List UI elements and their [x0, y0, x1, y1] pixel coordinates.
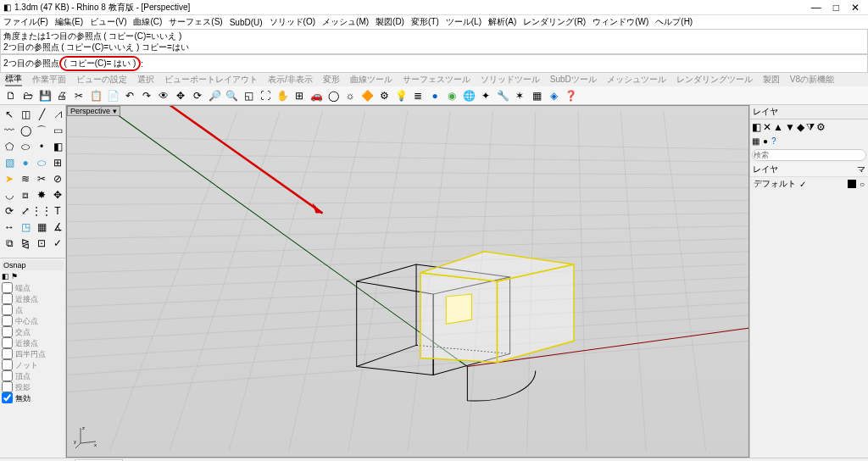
fillet-icon[interactable]: ◡ — [2, 187, 17, 203]
undo-icon[interactable]: ↶ — [122, 88, 137, 103]
layer-del-icon[interactable]: ✕ — [763, 121, 771, 133]
view-icon[interactable]: 👁 — [156, 88, 171, 103]
angle-icon[interactable]: ∡ — [50, 219, 65, 235]
tool-tab[interactable]: サーフェスツール — [403, 74, 470, 86]
tool-tab[interactable]: ビューの設定 — [76, 74, 127, 86]
sphere-icon[interactable]: ● — [427, 88, 442, 103]
osnap-item[interactable]: 交点 — [2, 326, 64, 337]
layer-down-icon[interactable]: ▼ — [785, 121, 795, 133]
dim-icon[interactable]: ↔ — [2, 219, 17, 235]
settings2-icon[interactable]: ✦ — [478, 88, 493, 103]
viewport-icon[interactable]: ⊞ — [292, 88, 307, 103]
offset-icon[interactable]: ⧉ — [2, 236, 17, 251]
arc-icon[interactable]: ⌒ — [34, 123, 49, 138]
menu-item[interactable]: 編集(E) — [55, 16, 83, 28]
osnap-item[interactable]: 中心点 — [2, 315, 64, 326]
split-icon[interactable]: ⊘ — [50, 171, 65, 186]
tool-tab[interactable]: レンダリングツール — [676, 74, 753, 86]
tool-tab[interactable]: 表示/非表示 — [268, 74, 313, 86]
osnap-item[interactable]: 無効 — [2, 392, 64, 403]
ellipse-icon[interactable]: ⬭ — [18, 139, 33, 154]
extrude-icon[interactable]: ➤ — [2, 171, 17, 186]
pan-icon[interactable]: ✋ — [275, 88, 290, 103]
menu-item[interactable]: ビュー(V) — [90, 16, 126, 28]
info-icon[interactable]: ◈ — [546, 88, 561, 103]
pointer-icon[interactable]: ↖ — [2, 107, 17, 122]
tool-tab[interactable]: 変形 — [323, 74, 340, 86]
menu-item[interactable]: ウィンドウ(W) — [593, 16, 648, 28]
maximize-button[interactable]: □ — [833, 2, 839, 14]
open-icon[interactable]: 🗁 — [20, 88, 36, 103]
tool-tab[interactable]: ソリッドツール — [481, 74, 540, 86]
rotate-tool-icon[interactable]: ⟳ — [2, 203, 17, 219]
rect-icon[interactable]: ▭ — [50, 123, 65, 138]
osnap-item[interactable]: 近接点 — [2, 293, 64, 304]
osnap-item[interactable]: 端点 — [2, 282, 64, 293]
box-icon[interactable]: ▧ — [2, 155, 17, 170]
polygon-icon[interactable]: ⬠ — [2, 139, 17, 154]
tool-tab[interactable]: ビューポートレイアウト — [164, 74, 258, 86]
car-icon[interactable]: 🚗 — [309, 88, 324, 103]
trim-icon[interactable]: ✂ — [34, 171, 49, 186]
osnap-item[interactable]: 点 — [2, 304, 64, 315]
wrench-icon[interactable]: 🔧 — [495, 88, 510, 103]
zoom-in-icon[interactable]: 🔎 — [207, 88, 222, 103]
polyline-icon[interactable]: ⩘ — [50, 107, 65, 122]
layer-help-icon[interactable]: ? — [771, 136, 776, 146]
osnap-item[interactable]: 頂点 — [2, 370, 64, 381]
curve-icon[interactable]: 〰 — [2, 123, 17, 138]
rotate-icon[interactable]: ⟳ — [190, 88, 205, 103]
menu-item[interactable]: 曲線(C) — [133, 16, 162, 28]
print-icon[interactable]: 🖨 — [54, 88, 70, 103]
surface-icon[interactable]: ◧ — [50, 139, 65, 154]
grid-tool-icon[interactable]: ▦ — [34, 219, 49, 235]
menu-item[interactable]: SubD(U) — [230, 18, 263, 27]
menu-item[interactable]: 製図(D) — [376, 16, 404, 28]
tool-tab[interactable]: 作業平面 — [32, 74, 66, 86]
osnap-item[interactable]: 四半円点 — [2, 348, 64, 359]
new-icon[interactable]: 🗋 — [3, 88, 19, 103]
osnap-setting-icon[interactable]: ◧ — [2, 272, 9, 280]
paste-icon[interactable]: 📄 — [105, 88, 120, 103]
layer-grid-icon[interactable]: ▦ — [752, 136, 760, 146]
layer-search[interactable] — [752, 149, 866, 161]
globe-icon[interactable]: 🔶 — [359, 88, 375, 103]
layer-row[interactable]: デフォルト ✓ ○ — [750, 177, 868, 191]
render-icon[interactable]: ◉ — [444, 88, 459, 103]
tool-tab[interactable]: 製図 — [763, 74, 780, 86]
help-icon[interactable]: ❓ — [563, 88, 578, 103]
command-prompt[interactable]: 2つ目の参照点 ( コピー(C)= はい ) : — [0, 54, 868, 73]
layer-filter-icon[interactable]: ⧩ — [806, 121, 815, 133]
join-icon[interactable]: ⧈ — [18, 187, 33, 203]
light-icon[interactable]: 💡 — [393, 88, 409, 103]
zoom-extents-icon[interactable]: ◱ — [241, 88, 256, 103]
menu-item[interactable]: サーフェス(S) — [169, 16, 222, 28]
layer-swatch[interactable] — [848, 180, 856, 188]
layer-color-icon[interactable]: ◆ — [797, 121, 804, 133]
tool-tab[interactable]: 標準 — [5, 73, 22, 86]
array-icon[interactable]: ⋮⋮ — [34, 203, 49, 219]
osnap-item[interactable]: 近接点 — [2, 337, 64, 348]
text-icon[interactable]: T — [50, 203, 65, 219]
group-icon[interactable]: ⊡ — [34, 236, 49, 251]
menu-item[interactable]: ツール(L) — [446, 16, 481, 28]
layer-flag-icon[interactable]: ● — [763, 136, 768, 146]
line-icon[interactable]: ╱ — [34, 107, 49, 122]
save-icon[interactable]: 💾 — [37, 88, 53, 103]
tool-tab[interactable]: 曲線ツール — [350, 74, 392, 86]
done-icon[interactable]: ✓ — [50, 236, 65, 251]
sphere-tool-icon[interactable]: ● — [18, 155, 33, 170]
menu-item[interactable]: 解析(A) — [488, 16, 516, 28]
viewport-label[interactable]: Perspective ▾ — [67, 106, 120, 116]
redo-icon[interactable]: ↷ — [139, 88, 154, 103]
cylinder-icon[interactable]: ⬭ — [34, 155, 49, 170]
grid-icon[interactable]: ▦ — [529, 88, 544, 103]
mesh-icon[interactable]: ⊞ — [50, 155, 65, 170]
mirror-icon[interactable]: ⧎ — [18, 236, 33, 251]
tool-tab[interactable]: 選択 — [137, 74, 154, 86]
move-tool-icon[interactable]: ✥ — [50, 187, 65, 203]
point-icon[interactable]: • — [34, 139, 49, 154]
close-button[interactable]: ✕ — [851, 2, 860, 14]
move-icon[interactable]: ✥ — [173, 88, 188, 103]
menu-item[interactable]: メッシュ(M) — [322, 16, 369, 28]
